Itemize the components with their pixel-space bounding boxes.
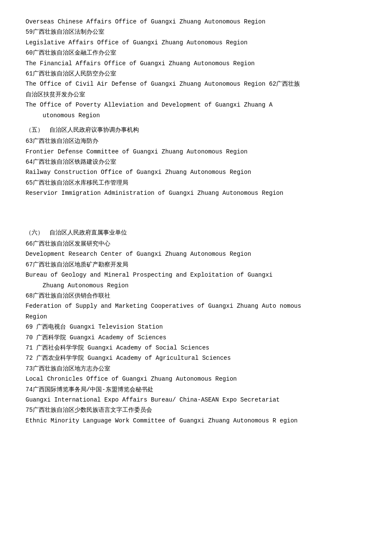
text-line-l31: 73广西壮族自治区地方志办公室 bbox=[26, 364, 366, 373]
text-line-l16: 65广西壮族自治区水库移民工作管理局 bbox=[26, 178, 366, 188]
text-line-l23: Zhuang Autonomous Region bbox=[26, 281, 366, 290]
text-line-l14: 64广西壮族自治区铁路建设办公室 bbox=[26, 157, 366, 167]
text-line-l35: 75广西壮族自治区少数民族语言文字工作委员会 bbox=[26, 405, 366, 415]
text-line-l26: Region bbox=[26, 312, 366, 321]
text-line-l30: 72 广西农业科学学院 Guangxi Academy of Agricultu… bbox=[26, 353, 366, 363]
text-line-l17: Reservior Immigration Administration of … bbox=[26, 188, 366, 198]
text-line-l8: 自治区扶贫开发办公室 bbox=[26, 90, 366, 99]
text-line-l28: 70 广西科学院 Guangxi Academy of Sciences bbox=[26, 333, 366, 342]
text-line-l19: 66广西壮族自治区发展研究中心 bbox=[26, 239, 366, 249]
text-line-l6: 61广西壮族自治区人民防空办公室 bbox=[26, 69, 366, 78]
text-line-l12: 63广西壮族自治区边海防办 bbox=[26, 136, 366, 146]
text-line-l11: （五） 自治区人民政府议事协调办事机构 bbox=[26, 125, 366, 135]
text-line-l10: utonomous Region bbox=[26, 111, 366, 120]
text-line-l34: Guangxi International Expo Affairs Burea… bbox=[26, 395, 366, 405]
spacer bbox=[26, 211, 366, 223]
text-line-l27: 69 广西电视台 Guangxi Television Station bbox=[26, 322, 366, 332]
text-line-l22: Bureau of Geology and Mineral Prospectin… bbox=[26, 270, 366, 280]
text-line-l9: The Office of Poverty Alleviation and De… bbox=[26, 100, 366, 110]
main-content: Overseas Chinese Affairs Office of Guang… bbox=[26, 17, 366, 425]
text-line-l33: 74广西国际博览事务局/中国-东盟博览会秘书处 bbox=[26, 385, 366, 394]
text-line-l32: Local Chronicles Office of Guangxi Zhuan… bbox=[26, 374, 366, 384]
text-line-l13: Frontier Defense Committee of Guangxi Zh… bbox=[26, 147, 366, 156]
spacer bbox=[26, 199, 366, 211]
text-line-l1: Overseas Chinese Affairs Office of Guang… bbox=[26, 17, 366, 26]
text-line-l21: 67广西壮族自治区地质矿产勘察开发局 bbox=[26, 260, 366, 269]
text-line-l29: 71 广西社会科学学院 Guangxi Academy of Social Sc… bbox=[26, 343, 366, 353]
text-line-l7: The Office of Civil Air Defense of Guang… bbox=[26, 79, 366, 89]
text-line-l25: Federation of Supply and Marketing Coope… bbox=[26, 301, 366, 311]
text-line-l36: Ethnic Minority Language Work Committee … bbox=[26, 416, 366, 425]
text-line-l24: 68广西壮族自治区供销合作联社 bbox=[26, 291, 366, 301]
text-line-l3: Legislative Affairs Office of Guangxi Zh… bbox=[26, 38, 366, 47]
text-line-l5: The Financial Affairs Office of Guangxi … bbox=[26, 59, 366, 68]
text-line-l18: （六） 自治区人民政府直属事业单位 bbox=[26, 228, 366, 237]
text-line-l4: 60广西壮族自治区金融工作办公室 bbox=[26, 48, 366, 58]
text-line-l20: Development Research Center of Guangxi Z… bbox=[26, 249, 366, 259]
text-line-l2: 59广西壮族自治区法制办公室 bbox=[26, 27, 366, 37]
text-line-l15: Railway Construction Office of Guangxi Z… bbox=[26, 168, 366, 177]
